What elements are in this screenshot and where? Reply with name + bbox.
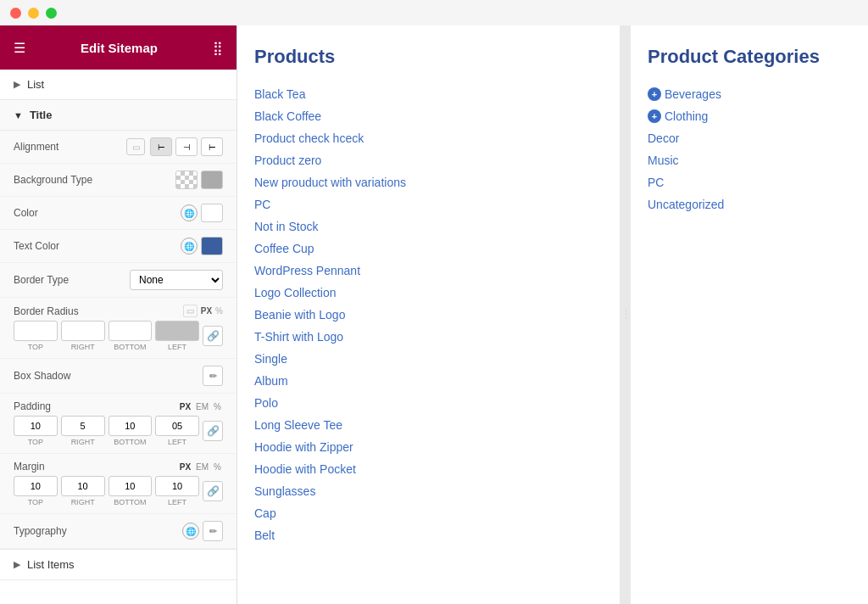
padding-bottom-input[interactable] (108, 416, 153, 436)
padding-px-unit[interactable]: PX (178, 401, 192, 412)
br-right-input[interactable] (61, 321, 105, 341)
br-pct-label: % (215, 306, 223, 316)
br-right-group: RIGHT (61, 321, 105, 351)
product-list-item[interactable]: Beanie with Logo (254, 304, 603, 326)
box-shadow-pencil-button[interactable]: ✏ (203, 366, 223, 386)
typography-globe-icon[interactable]: 🌐 (182, 523, 199, 540)
resize-dots-icon: ··· (622, 310, 630, 321)
border-radius-label: Border Radius (14, 305, 183, 317)
padding-label: Padding (14, 400, 178, 412)
product-list-item[interactable]: Album (254, 370, 603, 392)
box-shadow-label: Box Shadow (14, 370, 203, 382)
minimize-button[interactable] (28, 8, 39, 19)
arrow-right-icon: ▶ (14, 79, 20, 90)
background-type-gray[interactable] (201, 171, 223, 189)
padding-right-input[interactable] (61, 416, 105, 436)
align-right-button[interactable]: ⊢ (201, 137, 223, 156)
product-list-item[interactable]: Belt (254, 524, 603, 546)
product-list-item[interactable]: Black Coffee (254, 105, 603, 127)
border-type-select[interactable]: None Solid Dashed Dotted (130, 270, 223, 290)
margin-top-input[interactable] (14, 476, 58, 496)
br-top-label: TOP (28, 343, 43, 351)
text-color-controls: 🌐 (181, 237, 223, 255)
product-list-item[interactable]: New prouduct with variations (254, 171, 603, 193)
sidebar-list-items-row[interactable]: ▶ List Items (0, 550, 236, 579)
margin-right-label: RIGHT (71, 498, 95, 506)
typography-label: Typography (14, 525, 182, 537)
text-color-swatch[interactable] (201, 237, 223, 255)
product-list-item[interactable]: Logo Collection (254, 282, 603, 304)
title-header[interactable]: ▼ Title (0, 100, 236, 131)
category-list-item[interactable]: +Beverages (648, 83, 851, 105)
br-bottom-input[interactable] (108, 321, 153, 341)
product-list-item[interactable]: Sunglasses (254, 480, 603, 502)
product-list-item[interactable]: Long Sleeve Tee (254, 414, 603, 436)
margin-pct-unit[interactable]: % (212, 461, 223, 473)
br-link-button[interactable]: 🔗 (203, 326, 223, 346)
padding-right-group: RIGHT (61, 416, 105, 446)
category-list-item[interactable]: Uncategorized (648, 193, 851, 215)
padding-right-label: RIGHT (71, 438, 95, 446)
product-list-item[interactable]: WordPress Pennant (254, 260, 603, 282)
resize-handle[interactable]: ··· (620, 25, 631, 604)
sidebar-list-row[interactable]: ▶ List (0, 70, 236, 99)
align-left-button[interactable]: ⊢ (150, 137, 172, 156)
list-items-label: List Items (27, 558, 75, 571)
margin-right-input[interactable] (61, 476, 105, 496)
color-swatch[interactable] (201, 204, 223, 222)
category-list-item[interactable]: Music (648, 149, 851, 171)
margin-left-input[interactable] (155, 476, 199, 496)
br-unit-label: PX (201, 306, 212, 316)
product-list-item[interactable]: Hoodie with Zipper (254, 436, 603, 458)
padding-bottom-label: BOTTOM (114, 438, 146, 446)
padding-link-button[interactable]: 🔗 (203, 421, 223, 441)
sidebar-title: Edit Sitemap (81, 41, 158, 55)
product-list-item[interactable]: Coffee Cup (254, 238, 603, 260)
product-list-item[interactable]: Cap (254, 502, 603, 524)
category-list-item[interactable]: PC (648, 171, 851, 193)
margin-label: Margin (14, 461, 178, 473)
padding-top-input[interactable] (14, 416, 58, 436)
border-type-row: Border Type None Solid Dashed Dotted (0, 263, 236, 298)
text-color-globe-icon[interactable]: 🌐 (181, 238, 198, 254)
margin-em-unit[interactable]: EM (194, 461, 210, 473)
product-list-item[interactable]: Hoodie with Pocket (254, 458, 603, 480)
sidebar-list-items-section: ▶ List Items (0, 549, 236, 580)
maximize-button[interactable] (46, 8, 57, 19)
color-globe-icon[interactable]: 🌐 (181, 204, 198, 221)
product-list-item[interactable]: T-Shirt with Logo (254, 326, 603, 348)
hamburger-icon[interactable]: ☰ (14, 40, 25, 56)
padding-pct-unit[interactable]: % (212, 401, 223, 412)
padding-left-input[interactable] (155, 416, 199, 436)
margin-px-unit[interactable]: PX (178, 461, 192, 473)
br-top-input[interactable] (14, 321, 58, 341)
margin-top-group: TOP (14, 476, 58, 506)
product-list-item[interactable]: Black Tea (254, 83, 603, 105)
product-list-item[interactable]: Product zero (254, 149, 603, 171)
product-list-item[interactable]: Polo (254, 392, 603, 414)
product-list-item[interactable]: Single (254, 348, 603, 370)
categories-title: Product Categories (648, 46, 851, 68)
br-top-group: TOP (14, 321, 58, 351)
category-list-item[interactable]: +Clothing (648, 105, 851, 127)
br-bottom-label: BOTTOM (114, 343, 146, 351)
br-left-input[interactable] (155, 321, 199, 341)
padding-header: Padding PX EM % (14, 400, 223, 412)
alignment-row: Alignment ▭ ⊢ ⊣ ⊢ (0, 131, 236, 164)
category-list-item[interactable]: Decor (648, 127, 851, 149)
margin-link-button[interactable]: 🔗 (203, 481, 223, 501)
product-list-item[interactable]: Not in Stock (254, 215, 603, 238)
background-type-checkered[interactable] (175, 171, 198, 189)
grid-icon[interactable]: ⣿ (213, 40, 223, 56)
products-panel: Products Black TeaBlack CoffeeProduct ch… (237, 25, 620, 604)
product-list-item[interactable]: Product check hceck (254, 127, 603, 149)
product-list-item[interactable]: PC (254, 193, 603, 215)
typography-pencil-button[interactable]: ✏ (203, 521, 223, 541)
margin-bottom-input[interactable] (108, 476, 153, 496)
sidebar-header: ☰ Edit Sitemap ⣿ (0, 25, 236, 70)
window-chrome (0, 0, 868, 25)
align-center-button[interactable]: ⊣ (175, 137, 198, 156)
close-button[interactable] (10, 8, 21, 19)
padding-em-unit[interactable]: EM (194, 401, 210, 412)
box-shadow-controls: ✏ (203, 366, 223, 386)
